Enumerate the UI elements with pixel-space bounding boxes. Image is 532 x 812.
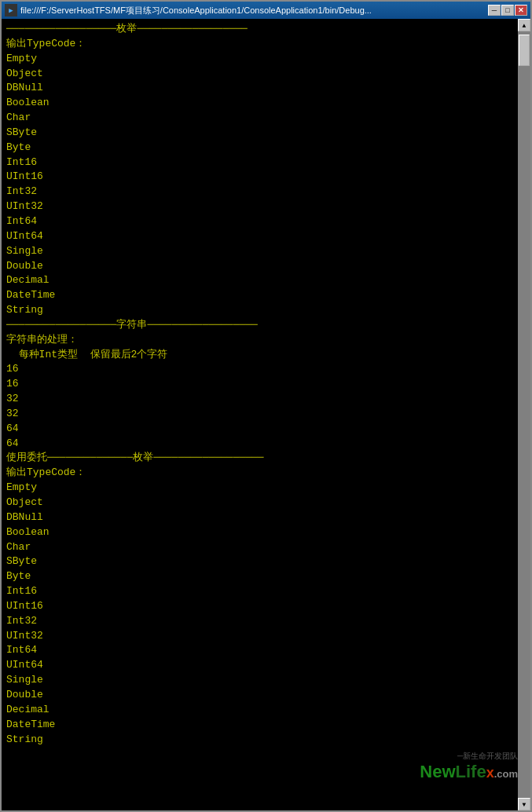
console-line: Boolean [6,96,513,111]
watermark: ─新生命开发团队 NewLifex.com [420,751,518,782]
console-line: Decimal [6,273,513,288]
console-line: Empty [6,481,513,496]
console-line: Int64 [6,643,513,658]
console-line: 64 [6,437,513,452]
console-line: DBNull [6,81,513,96]
console-line: Decimal [6,703,513,718]
console-line: 16 [6,377,513,392]
console-line: Double [6,259,513,274]
scrollbar[interactable]: ▲ ▼ [518,19,530,810]
console-window: ▶ file:///F:/ServerHostTFS/MF项目练习/Consol… [0,0,532,812]
console-line: UInt32 [6,199,513,214]
console-line: Single [6,673,513,688]
console-line: 64 [6,422,513,437]
console-line: UInt16 [6,599,513,614]
console-line: Int16 [6,155,513,170]
console-line: 32 [6,407,513,422]
console-line: Object [6,496,513,510]
console-line: SByte [6,126,513,141]
console-line: 输出TypeCode： [6,37,513,52]
console-line: ──────────────────枚举────────────────── [6,22,513,37]
console-line: Boolean [6,525,513,540]
console-line: Int32 [6,614,513,629]
scroll-up-button[interactable]: ▲ [518,19,530,31]
console-line: Object [6,67,513,82]
console-line: Int32 [6,185,513,199]
console-line: Int16 [6,584,513,599]
watermark-subtitle: ─新生命开发团队 [420,751,518,762]
watermark-new: New [420,762,455,781]
console-line: DateTime [6,718,513,733]
console-line: DateTime [6,288,513,303]
watermark-title: NewLifex.com [420,762,518,782]
watermark-life: Life [456,762,486,781]
console-line: 字符串的处理： [6,333,513,348]
console-line: 16 [6,362,513,377]
console-line: Byte [6,141,513,155]
console-line: Single [6,244,513,259]
console-line: 32 [6,392,513,407]
console-line: UInt64 [6,658,513,673]
close-button[interactable]: ✕ [515,5,527,16]
title-bar-text: file:///F:/ServerHostTFS/MF项目练习/ConsoleA… [20,5,485,16]
scroll-down-button[interactable]: ▼ [518,798,530,810]
console-line: ──────────────────字符串────────────────── [6,318,513,333]
console-line: Byte [6,569,513,584]
console-line: UInt16 [6,170,513,185]
console-line: 每种Int类型 保留最后2个字符 [6,348,513,363]
scroll-thumb[interactable] [519,35,530,66]
console-line: Int64 [6,214,513,229]
console-line: Char [6,111,513,126]
title-bar-buttons: ─ □ ✕ [488,5,527,16]
console-output: ──────────────────枚举──────────────────输出… [2,19,518,810]
console-area: ──────────────────枚举──────────────────输出… [2,19,530,810]
console-line: Double [6,688,513,703]
console-line: Empty [6,52,513,67]
console-line: Char [6,540,513,555]
console-line: DBNull [6,510,513,525]
minimize-button[interactable]: ─ [488,5,501,16]
console-line: String [6,303,513,318]
watermark-x: x [486,765,494,781]
console-line: String [6,733,513,748]
console-line: 输出TypeCode： [6,466,513,481]
app-icon: ▶ [5,4,17,16]
console-line: 使用委托──────────────枚举────────────────── [6,451,513,466]
console-line: UInt64 [6,229,513,244]
maximize-button[interactable]: □ [501,5,514,16]
title-bar: ▶ file:///F:/ServerHostTFS/MF项目练习/Consol… [2,2,530,19]
console-line: SByte [6,554,513,569]
console-line: UInt32 [6,629,513,644]
scroll-track[interactable] [518,31,530,798]
watermark-com: .com [494,768,518,780]
